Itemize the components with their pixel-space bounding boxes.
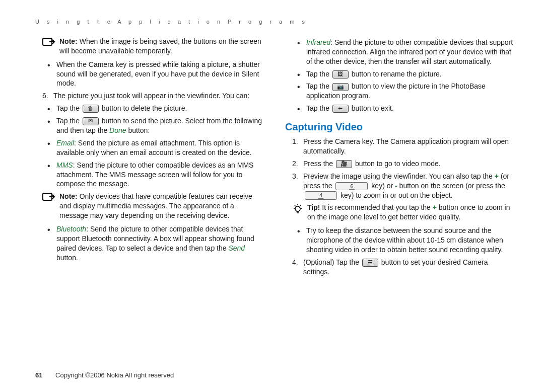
note-label: Note:: [59, 37, 78, 45]
text: button to exit.: [350, 104, 394, 112]
tip-label: Tip!: [307, 203, 320, 211]
bullet-list: Try to keep the distance between the sou…: [297, 226, 514, 255]
text: Tap the: [306, 104, 331, 112]
note-text: Note: When the image is being saved, the…: [59, 37, 264, 56]
list-item: 3. Preview the image using the viewfinde…: [292, 172, 514, 200]
picture-icon: 🖼: [332, 70, 349, 79]
settings-icon: ☰: [362, 259, 378, 267]
list-item: Tap the 📷 button to view the picture in …: [297, 82, 514, 101]
bluetooth-label: Bluetooth: [56, 225, 86, 233]
infrared-label: Infrared: [306, 38, 330, 46]
plus-symbol: +: [433, 203, 437, 211]
list-item: When the Camera key is pressed while tak…: [47, 60, 264, 89]
step-number: 6.: [42, 91, 48, 101]
mms-label: MMS: [56, 161, 73, 169]
trash-icon: 🗑: [83, 105, 99, 113]
text: Tap the: [56, 117, 82, 125]
bullet-list: Infrared: Send the picture to other comp…: [297, 38, 514, 113]
subsection-heading: Capturing Video: [285, 120, 514, 134]
text: It is recommended that you tap the: [320, 203, 432, 211]
step-text: Press the Camera key. The Camera applica…: [303, 137, 509, 155]
text: : Send the picture to other compatible d…: [56, 225, 254, 252]
list-item: Email: Send the picture as email attachm…: [47, 138, 264, 158]
photobase-icon: 📷: [332, 83, 349, 91]
text: Tap the: [306, 82, 331, 90]
text: button on the screen (or press the: [397, 182, 505, 190]
text: button:: [126, 126, 150, 134]
tip-block: Tip! It is recommended that you tap the …: [292, 203, 514, 222]
send-label: Send: [228, 244, 245, 252]
text: key) or: [369, 182, 395, 190]
right-column: Infrared: Send the picture to other comp…: [285, 35, 514, 280]
text: : Send the picture to other compatible d…: [56, 161, 253, 188]
tip-text: Tip! It is recommended that you tap the …: [307, 203, 514, 222]
text: : Send the picture as email attachment. …: [56, 139, 252, 156]
note-label: Note:: [59, 192, 78, 200]
note-icon: [42, 37, 55, 49]
text: button to rename the picture.: [350, 70, 442, 78]
step-number: 1.: [292, 137, 298, 146]
key-6-icon: 6: [335, 182, 368, 191]
plus-symbol: +: [495, 172, 499, 180]
list-item: Try to keep the distance between the sou…: [297, 226, 514, 255]
text: button.: [56, 254, 78, 262]
text: button to delete the picture.: [100, 104, 187, 112]
section-header: U s i n g t h e A p p l i c a t i o n P …: [35, 18, 514, 26]
note-block: Note: When the image is being saved, the…: [42, 37, 264, 56]
text: Tap the: [56, 104, 82, 112]
key-4-icon: 4: [305, 191, 337, 200]
note-body-text: Only devices that have compatible featur…: [59, 192, 252, 219]
note-body-text: When the image is being saved, the butto…: [59, 37, 261, 55]
text: Press the: [303, 160, 335, 168]
note-text: Note: Only devices that have compatible …: [59, 192, 264, 220]
video-mode-icon: 🎥: [336, 160, 352, 168]
list-item: Tap the ⬅ button to exit.: [297, 104, 514, 113]
list-item: 4. (Optional) Tap the ☰ button to set yo…: [292, 258, 514, 277]
page-number: 61: [35, 371, 42, 379]
bullet-list: Bluetooth: Send the picture to other com…: [47, 224, 264, 263]
email-label: Email: [56, 139, 74, 147]
envelope-icon: ✉: [83, 117, 99, 125]
two-column-body: Note: When the image is being saved, the…: [35, 35, 514, 280]
list-item: Infrared: Send the picture to other comp…: [297, 38, 514, 66]
back-arrow-icon: ⬅: [332, 105, 349, 113]
done-label: Done: [109, 126, 126, 134]
list-item: 1. Press the Camera key. The Camera appl…: [292, 137, 514, 156]
note-icon: [42, 192, 55, 204]
list-item: 2. Press the 🎥 button to go to video mod…: [292, 159, 514, 169]
list-item: 6. The picture you just took will appear…: [42, 91, 264, 101]
text: key) to zoom in or out on the object.: [338, 191, 452, 199]
text: (Optional) Tap the: [303, 258, 361, 266]
page-footer: 61 Copyright ©2006 Nokia All right reser…: [35, 371, 174, 380]
list-item: Tap the 🗑 button to delete the picture.: [47, 104, 264, 113]
step-number: 3.: [292, 172, 298, 181]
step-list: 1. Press the Camera key. The Camera appl…: [292, 137, 514, 200]
manual-page: U s i n g t h e A p p l i c a t i o n P …: [0, 0, 544, 392]
lightbulb-icon: [292, 203, 303, 215]
bullet-list: Tap the 🗑 button to delete the picture. …: [47, 104, 264, 189]
list-item: MMS: Send the picture to other compatibl…: [47, 161, 264, 189]
svg-point-2: [295, 206, 300, 211]
step-list: 4. (Optional) Tap the ☰ button to set yo…: [292, 258, 514, 277]
left-column: Note: When the image is being saved, the…: [35, 35, 264, 280]
text: Tap the: [306, 70, 331, 78]
list-item: Tap the 🖼 button to rename the picture.: [297, 69, 514, 79]
step-list: 6. The picture you just took will appear…: [42, 91, 264, 101]
step-text: The picture you just took will appear in…: [53, 92, 249, 100]
list-item: Bluetooth: Send the picture to other com…: [47, 224, 264, 263]
text: Preview the image using the viewfinder. …: [303, 172, 495, 180]
text: : Send the picture to other compatible d…: [306, 38, 513, 65]
bullet-list: When the Camera key is pressed while tak…: [47, 60, 264, 89]
step-number: 2.: [292, 159, 298, 169]
copyright: Copyright ©2006 Nokia All right reserved: [55, 371, 174, 379]
step-number: 4.: [292, 258, 298, 267]
note-block: Note: Only devices that have compatible …: [42, 192, 264, 220]
text: button to go to video mode.: [353, 160, 441, 168]
list-item: Tap the ✉ button to send the picture. Se…: [47, 116, 264, 135]
